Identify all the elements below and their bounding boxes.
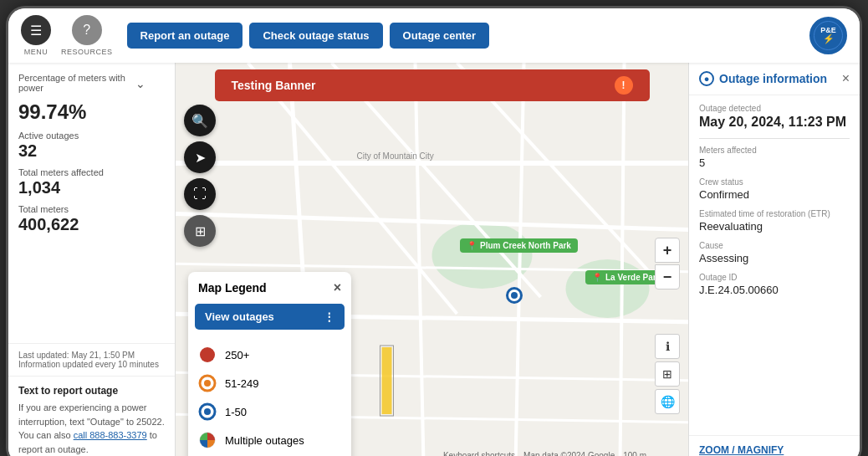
main-content: Percentage of meters with power ⌄ 99.74%… xyxy=(8,63,860,456)
outage-dot[interactable] xyxy=(506,287,523,304)
last-updated-text: Last updated: May 21, 1:50 PM xyxy=(18,351,165,360)
menu-button[interactable]: ☰ MENU xyxy=(21,15,51,56)
map-area[interactable]: City of Mountain City Testing Banner ! 🔍… xyxy=(176,63,688,456)
svg-point-24 xyxy=(204,380,211,387)
list-item: 1-50 xyxy=(188,397,351,426)
question-icon: ? xyxy=(72,15,102,45)
info-circle-icon: ● xyxy=(699,71,714,86)
map-share-button[interactable]: ⊞ xyxy=(655,361,680,387)
svg-point-22 xyxy=(200,347,215,362)
right-panel-header: ● Outage information × xyxy=(689,63,860,95)
map-footer: Keyboard shortcuts Map data ©2024 Google… xyxy=(443,451,646,456)
cause-label: Cause xyxy=(699,241,850,250)
outage-center-button[interactable]: Outage center xyxy=(390,23,489,49)
legend-51-icon xyxy=(198,374,217,392)
header: ☰ MENU ? RESOURCES Report an outage Chec… xyxy=(8,8,860,63)
left-stats-panel: Percentage of meters with power ⌄ 99.74%… xyxy=(8,63,176,456)
resources-label: RESOURCES xyxy=(61,48,113,56)
navigate-button[interactable]: ➤ xyxy=(184,141,216,173)
resources-button[interactable]: ? RESOURCES xyxy=(61,15,113,56)
meters-affected-label: Meters affected xyxy=(699,146,850,155)
outage-detected-value: May 20, 2024, 11:23 PM xyxy=(699,115,850,130)
company-logo: P&E ⚡ xyxy=(809,17,847,54)
crew-status-label: Crew status xyxy=(699,177,850,187)
search-map-button[interactable]: 🔍 xyxy=(184,105,216,136)
list-item: Multiple outages xyxy=(188,426,351,454)
etr-value: Reevaluating xyxy=(699,220,850,233)
zoom-magnify-link[interactable]: ZOOM / MAGNIFY xyxy=(689,435,860,456)
panel-content: Percentage of meters with power ⌄ xyxy=(18,73,146,94)
collapse-button[interactable]: ⌄ xyxy=(135,77,146,90)
list-item: 250+ xyxy=(188,341,351,369)
legend-multiple-icon xyxy=(198,431,217,449)
testing-banner: Testing Banner ! xyxy=(215,69,650,101)
total-meters-affected-label: Total meters affected xyxy=(18,167,165,177)
pct-label: Percentage of meters with power xyxy=(18,73,135,93)
map-data-credit: Map data ©2024 Google xyxy=(523,451,615,456)
stats-section: 99.74% Active outages 32 Total meters af… xyxy=(8,94,175,343)
meters-affected-value: 5 xyxy=(699,156,850,169)
right-panel-close-button[interactable]: × xyxy=(842,71,850,86)
check-status-button[interactable]: Check outage status xyxy=(249,23,382,49)
menu-icon: ☰ xyxy=(21,15,51,45)
menu-label: MENU xyxy=(24,48,49,56)
pct-value: 99.74% xyxy=(18,100,165,124)
outage-id-value: J.E.24.05.00660 xyxy=(699,284,850,296)
text-report-body: If you are experiencing a power interrup… xyxy=(18,401,165,456)
outage-details: Outage detected May 20, 2024, 11:23 PM M… xyxy=(689,95,860,435)
update-frequency-text: Information updated every 10 minutes xyxy=(18,360,165,369)
legend-title: Map Legend xyxy=(198,281,267,295)
legend-250-icon xyxy=(198,346,217,364)
banner-alert-icon: ! xyxy=(615,76,633,95)
text-report-title: Text to report outage xyxy=(18,385,165,397)
total-meters-value: 400,622 xyxy=(18,215,165,234)
zoom-out-button[interactable]: − xyxy=(655,264,680,289)
legend-1-50-icon xyxy=(198,402,217,421)
outage-detected-label: Outage detected xyxy=(699,104,850,113)
outage-id-label: Outage ID xyxy=(699,273,850,282)
map-zoom-controls: + − xyxy=(655,238,680,289)
svg-text:⚡: ⚡ xyxy=(823,33,835,44)
etr-label: Estimated time of restoration (ETR) xyxy=(699,209,850,218)
text-report-section: Text to report outage If you are experie… xyxy=(8,376,175,456)
svg-point-5 xyxy=(566,259,650,318)
legend-items: 250+ 51-249 xyxy=(188,336,351,456)
svg-rect-19 xyxy=(382,347,392,414)
zoom-in-button[interactable]: + xyxy=(655,238,680,263)
map-info-button[interactable]: ℹ xyxy=(655,334,680,359)
detail-divider-1 xyxy=(699,138,850,139)
crew-status-value: Confirmed xyxy=(699,188,850,201)
active-outages-label: Active outages xyxy=(18,131,165,141)
legend-header: Map Legend × xyxy=(188,272,351,304)
legend-close-button[interactable]: × xyxy=(334,280,341,295)
svg-text:City of Mountain City: City of Mountain City xyxy=(357,151,434,161)
map-controls-left: 🔍 ➤ ⛶ ⊞ xyxy=(184,105,216,247)
total-meters-affected-value: 1,034 xyxy=(18,178,165,197)
panel-header: Percentage of meters with power ⌄ xyxy=(8,63,175,94)
active-outages-value: 32 xyxy=(18,141,165,161)
map-legend: Map Legend × View outages ⋮ 250+ xyxy=(188,272,351,456)
layers-button[interactable]: ⊞ xyxy=(184,215,216,247)
view-outages-button[interactable]: View outages ⋮ xyxy=(195,304,345,330)
phone-link[interactable]: call 888-883-3379 xyxy=(74,430,147,440)
nav-buttons: Report an outage Check outage status Out… xyxy=(127,23,489,49)
keyboard-shortcuts-link[interactable]: Keyboard shortcuts xyxy=(443,451,515,456)
map-globe-button[interactable]: 🌐 xyxy=(655,389,680,414)
fullscreen-button[interactable]: ⛶ xyxy=(184,178,216,210)
banner-text: Testing Banner xyxy=(232,79,316,92)
list-item: 51-249 xyxy=(188,369,351,397)
map-scale: 100 m xyxy=(623,451,646,456)
total-meters-label: Total meters xyxy=(18,204,165,214)
svg-point-26 xyxy=(204,408,211,415)
report-outage-button[interactable]: Report an outage xyxy=(127,23,243,49)
park-marker-1: 📍 Plum Creek North Park xyxy=(460,238,578,253)
outage-info-title: ● Outage information xyxy=(699,71,827,86)
cause-value: Assessing xyxy=(699,252,850,264)
map-side-icons: ℹ ⊞ 🌐 xyxy=(655,334,680,414)
last-updated-section: Last updated: May 21, 1:50 PM Informatio… xyxy=(8,343,175,376)
right-outage-panel: ● Outage information × Outage detected M… xyxy=(688,63,860,456)
